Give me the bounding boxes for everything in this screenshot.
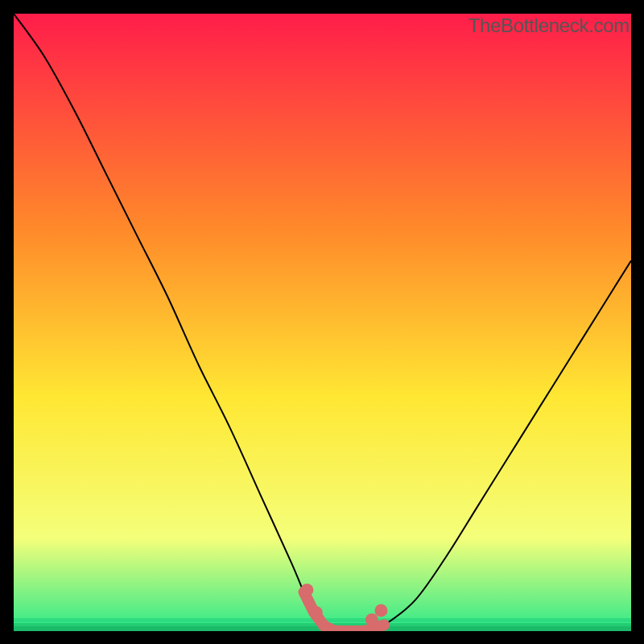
optimal-marker-dot xyxy=(365,613,378,626)
gradient-background xyxy=(14,14,631,631)
chart-svg xyxy=(14,14,631,631)
chart-frame: TheBottleneck.com xyxy=(0,0,644,644)
optimal-marker-dot xyxy=(300,584,313,597)
optimal-marker-dot xyxy=(310,606,323,619)
watermark-text: TheBottleneck.com xyxy=(469,14,630,37)
plot-area xyxy=(14,14,631,631)
optimal-marker-dot xyxy=(374,604,387,617)
